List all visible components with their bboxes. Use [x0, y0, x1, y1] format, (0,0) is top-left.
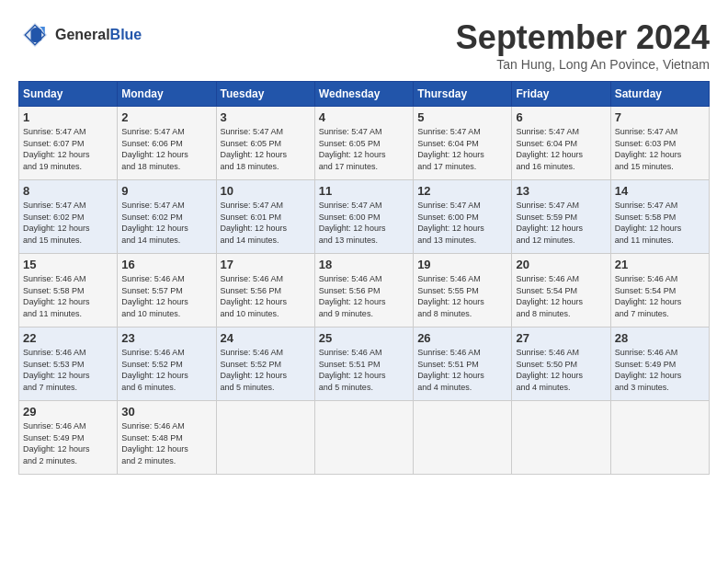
calendar-cell — [216, 401, 314, 475]
day-info: Sunrise: 5:46 AM Sunset: 5:56 PM Dayligh… — [221, 273, 311, 319]
day-info: Sunrise: 5:47 AM Sunset: 6:06 PM Dayligh… — [121, 126, 211, 172]
calendar-cell: 29Sunrise: 5:46 AM Sunset: 5:49 PM Dayli… — [19, 401, 118, 475]
day-info: Sunrise: 5:46 AM Sunset: 5:54 PM Dayligh… — [516, 273, 606, 319]
header-saturday: Saturday — [610, 82, 709, 107]
day-number: 4 — [319, 110, 409, 124]
day-number: 7 — [615, 110, 705, 124]
calendar-cell: 19Sunrise: 5:46 AM Sunset: 5:55 PM Dayli… — [414, 254, 512, 327]
day-number: 17 — [221, 258, 311, 271]
day-info: Sunrise: 5:47 AM Sunset: 5:59 PM Dayligh… — [516, 200, 606, 246]
day-number: 27 — [516, 331, 606, 345]
calendar-cell: 16Sunrise: 5:46 AM Sunset: 5:57 PM Dayli… — [118, 254, 216, 327]
logo: GeneralBlue — [18, 18, 142, 52]
location: Tan Hung, Long An Povince, Vietnam — [456, 57, 710, 72]
day-number: 22 — [23, 331, 113, 345]
header-thursday: Thursday — [414, 82, 512, 107]
day-info: Sunrise: 5:46 AM Sunset: 5:52 PM Dayligh… — [221, 347, 311, 393]
day-info: Sunrise: 5:46 AM Sunset: 5:51 PM Dayligh… — [417, 347, 507, 393]
day-info: Sunrise: 5:46 AM Sunset: 5:50 PM Dayligh… — [516, 347, 606, 393]
calendar-cell: 23Sunrise: 5:46 AM Sunset: 5:52 PM Dayli… — [118, 327, 216, 401]
day-info: Sunrise: 5:47 AM Sunset: 6:04 PM Dayligh… — [516, 126, 606, 172]
day-info: Sunrise: 5:46 AM Sunset: 5:53 PM Dayligh… — [23, 347, 113, 393]
calendar-cell: 15Sunrise: 5:46 AM Sunset: 5:58 PM Dayli… — [19, 254, 118, 327]
header-friday: Friday — [512, 82, 610, 107]
day-number: 6 — [516, 110, 606, 124]
calendar-cell: 21Sunrise: 5:46 AM Sunset: 5:54 PM Dayli… — [610, 254, 709, 327]
day-info: Sunrise: 5:46 AM Sunset: 5:51 PM Dayligh… — [319, 347, 409, 393]
month-title: September 2024 — [456, 18, 710, 57]
calendar-week-row: 22Sunrise: 5:46 AM Sunset: 5:53 PM Dayli… — [19, 327, 710, 401]
day-info: Sunrise: 5:47 AM Sunset: 6:03 PM Dayligh… — [615, 126, 705, 172]
day-info: Sunrise: 5:47 AM Sunset: 6:07 PM Dayligh… — [23, 126, 113, 172]
day-info: Sunrise: 5:46 AM Sunset: 5:49 PM Dayligh… — [23, 420, 113, 466]
day-info: Sunrise: 5:47 AM Sunset: 6:01 PM Dayligh… — [221, 200, 311, 246]
calendar-cell — [314, 401, 413, 475]
calendar-week-row: 1Sunrise: 5:47 AM Sunset: 6:07 PM Daylig… — [19, 107, 710, 180]
day-number: 26 — [417, 331, 507, 345]
calendar-cell: 3Sunrise: 5:47 AM Sunset: 6:05 PM Daylig… — [216, 107, 314, 180]
day-number: 25 — [319, 331, 409, 345]
day-number: 29 — [23, 405, 113, 419]
calendar-cell: 10Sunrise: 5:47 AM Sunset: 6:01 PM Dayli… — [216, 180, 314, 254]
calendar-cell: 26Sunrise: 5:46 AM Sunset: 5:51 PM Dayli… — [414, 327, 512, 401]
calendar-table: Sunday Monday Tuesday Wednesday Thursday… — [18, 81, 710, 475]
calendar-cell: 7Sunrise: 5:47 AM Sunset: 6:03 PM Daylig… — [610, 107, 709, 180]
day-info: Sunrise: 5:46 AM Sunset: 5:55 PM Dayligh… — [417, 273, 507, 319]
day-info: Sunrise: 5:46 AM Sunset: 5:52 PM Dayligh… — [121, 347, 211, 393]
day-number: 21 — [615, 258, 705, 271]
page-header: GeneralBlue September 2024 Tan Hung, Lon… — [18, 18, 710, 72]
day-number: 10 — [221, 184, 311, 198]
calendar-cell: 20Sunrise: 5:46 AM Sunset: 5:54 PM Dayli… — [512, 254, 610, 327]
day-info: Sunrise: 5:47 AM Sunset: 6:04 PM Dayligh… — [417, 126, 507, 172]
logo-icon — [18, 18, 51, 52]
day-number: 8 — [23, 184, 113, 198]
day-info: Sunrise: 5:47 AM Sunset: 6:02 PM Dayligh… — [23, 200, 113, 246]
calendar-week-row: 15Sunrise: 5:46 AM Sunset: 5:58 PM Dayli… — [19, 254, 710, 327]
day-number: 14 — [615, 184, 705, 198]
day-number: 24 — [221, 331, 311, 345]
day-number: 16 — [121, 258, 211, 271]
day-number: 19 — [417, 258, 507, 271]
calendar-week-row: 8Sunrise: 5:47 AM Sunset: 6:02 PM Daylig… — [19, 180, 710, 254]
calendar-cell: 13Sunrise: 5:47 AM Sunset: 5:59 PM Dayli… — [512, 180, 610, 254]
day-info: Sunrise: 5:46 AM Sunset: 5:57 PM Dayligh… — [121, 273, 211, 319]
day-info: Sunrise: 5:46 AM Sunset: 5:58 PM Dayligh… — [23, 273, 113, 319]
day-info: Sunrise: 5:47 AM Sunset: 6:05 PM Dayligh… — [319, 126, 409, 172]
calendar-cell: 27Sunrise: 5:46 AM Sunset: 5:50 PM Dayli… — [512, 327, 610, 401]
day-number: 12 — [417, 184, 507, 198]
day-number: 28 — [615, 331, 705, 345]
day-number: 20 — [516, 258, 606, 271]
calendar-cell: 5Sunrise: 5:47 AM Sunset: 6:04 PM Daylig… — [414, 107, 512, 180]
calendar-cell: 18Sunrise: 5:46 AM Sunset: 5:56 PM Dayli… — [314, 254, 413, 327]
calendar-cell: 8Sunrise: 5:47 AM Sunset: 6:02 PM Daylig… — [19, 180, 118, 254]
day-info: Sunrise: 5:46 AM Sunset: 5:54 PM Dayligh… — [615, 273, 705, 319]
day-number: 23 — [121, 331, 211, 345]
day-info: Sunrise: 5:47 AM Sunset: 5:58 PM Dayligh… — [615, 200, 705, 246]
day-number: 9 — [121, 184, 211, 198]
header-tuesday: Tuesday — [216, 82, 314, 107]
calendar-cell: 4Sunrise: 5:47 AM Sunset: 6:05 PM Daylig… — [314, 107, 413, 180]
calendar-cell: 25Sunrise: 5:46 AM Sunset: 5:51 PM Dayli… — [314, 327, 413, 401]
day-number: 18 — [319, 258, 409, 271]
calendar-cell — [512, 401, 610, 475]
day-number: 5 — [417, 110, 507, 124]
calendar-cell: 17Sunrise: 5:46 AM Sunset: 5:56 PM Dayli… — [216, 254, 314, 327]
title-area: September 2024 Tan Hung, Long An Povince… — [456, 18, 710, 72]
calendar-header-row: Sunday Monday Tuesday Wednesday Thursday… — [19, 82, 710, 107]
day-info: Sunrise: 5:47 AM Sunset: 6:00 PM Dayligh… — [319, 200, 409, 246]
calendar-cell: 11Sunrise: 5:47 AM Sunset: 6:00 PM Dayli… — [314, 180, 413, 254]
calendar-cell: 22Sunrise: 5:46 AM Sunset: 5:53 PM Dayli… — [19, 327, 118, 401]
calendar-cell: 14Sunrise: 5:47 AM Sunset: 5:58 PM Dayli… — [610, 180, 709, 254]
logo-text: GeneralBlue — [55, 27, 142, 43]
calendar-cell: 6Sunrise: 5:47 AM Sunset: 6:04 PM Daylig… — [512, 107, 610, 180]
day-number: 3 — [221, 110, 311, 124]
day-info: Sunrise: 5:46 AM Sunset: 5:49 PM Dayligh… — [615, 347, 705, 393]
day-number: 2 — [121, 110, 211, 124]
calendar-cell: 30Sunrise: 5:46 AM Sunset: 5:48 PM Dayli… — [118, 401, 216, 475]
day-number: 30 — [121, 405, 211, 419]
day-number: 15 — [23, 258, 113, 271]
day-info: Sunrise: 5:46 AM Sunset: 5:48 PM Dayligh… — [121, 420, 211, 466]
day-info: Sunrise: 5:47 AM Sunset: 6:00 PM Dayligh… — [417, 200, 507, 246]
calendar-cell: 24Sunrise: 5:46 AM Sunset: 5:52 PM Dayli… — [216, 327, 314, 401]
calendar-week-row: 29Sunrise: 5:46 AM Sunset: 5:49 PM Dayli… — [19, 401, 710, 475]
